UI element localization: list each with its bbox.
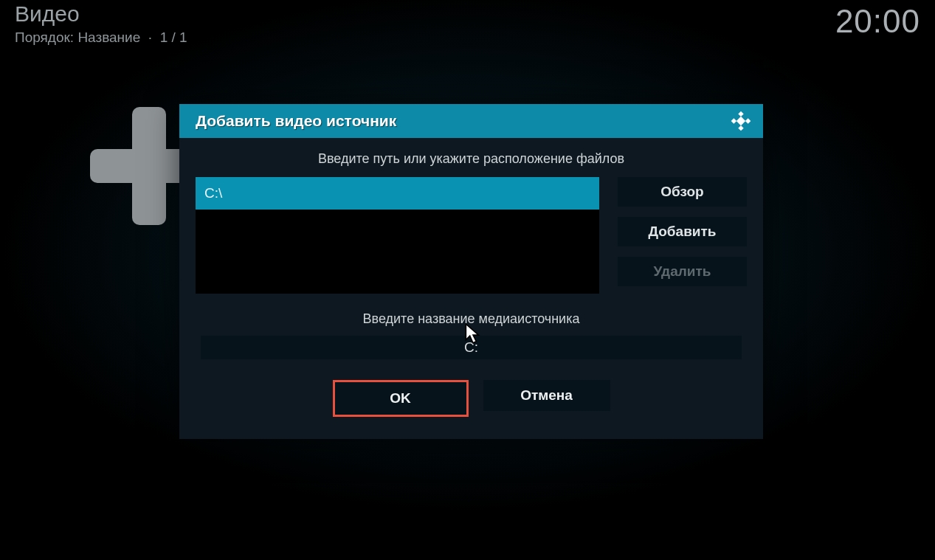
svg-rect-3	[745, 118, 751, 123]
sort-value: Название	[77, 30, 140, 45]
paths-list[interactable]: C:\	[196, 177, 599, 294]
svg-rect-2	[731, 118, 736, 123]
dialog-title: Добавить видео источник	[196, 112, 396, 130]
sort-and-pager: Порядок: Название · 1 / 1	[15, 30, 187, 46]
dialog-header: Добавить видео источник	[179, 104, 763, 138]
cancel-button[interactable]: Отмена	[483, 380, 610, 411]
svg-rect-4	[736, 117, 745, 125]
kodi-logo-icon	[731, 111, 751, 131]
mouse-cursor-icon	[465, 323, 481, 345]
add-video-source-dialog: Добавить видео источник Введите путь или…	[179, 104, 763, 439]
svg-marker-5	[466, 324, 478, 343]
svg-rect-1	[738, 125, 743, 131]
svg-rect-0	[738, 111, 743, 117]
paths-prompt-label: Введите путь или укажите расположение фа…	[196, 151, 747, 167]
clock: 20:00	[835, 3, 920, 40]
pager: 1 / 1	[160, 30, 187, 45]
browse-button[interactable]: Обзор	[618, 177, 747, 207]
page-title: Видео	[15, 1, 187, 27]
path-entry-selected[interactable]: C:\	[196, 177, 599, 210]
add-path-button[interactable]: Добавить	[618, 217, 747, 246]
sort-prefix: Порядок:	[15, 30, 77, 45]
remove-path-button: Удалить	[618, 257, 747, 286]
ok-button[interactable]: OK	[333, 380, 469, 417]
